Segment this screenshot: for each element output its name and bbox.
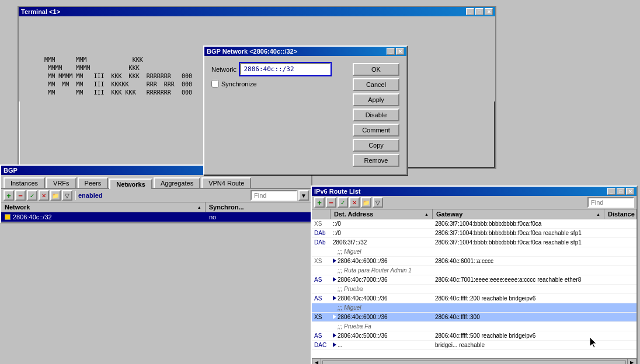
list-item[interactable]: ;;; Ruta para Router Admin 1	[312, 266, 636, 275]
row-comment: ;;; Miguel	[335, 304, 636, 312]
row-type	[316, 285, 335, 293]
ipv6-minimize-btn[interactable]: _	[607, 188, 615, 195]
ipv6-hscrollbar[interactable]: ◀ ▶	[312, 358, 636, 364]
row-dst: 2806:40c:6000::/36	[331, 257, 433, 265]
bgp-dialog-right: OK Cancel Apply Disable Comment Copy Rem…	[353, 63, 399, 167]
ok-button[interactable]: OK	[353, 63, 399, 76]
network-input[interactable]	[240, 63, 331, 75]
terminal-minimize-btn[interactable]: _	[466, 8, 474, 15]
row-comment: ;;; Prueba Fa	[335, 323, 636, 330]
bgp-dialog-left: Network: Synchronize	[211, 63, 347, 167]
row-dist	[604, 341, 636, 349]
td-network: 2806:40c::/32	[1, 213, 206, 221]
cancel-button[interactable]: Cancel	[353, 78, 399, 91]
list-item[interactable]: DAb ::/0 2806:3f7:1004:bbbb:bbbb:bbbb:f0…	[312, 229, 636, 238]
th-type[interactable]	[312, 209, 331, 219]
tab-vpn4-route[interactable]: VPN4 Route	[201, 177, 251, 188]
td-synchronize: no	[206, 213, 311, 221]
th-gateway[interactable]: Gateway ▲	[433, 209, 604, 219]
remove-button[interactable]: Remove	[353, 154, 399, 167]
list-item[interactable]: ;;; Miguel	[312, 247, 636, 257]
list-item[interactable]: AS 2806:40c:5000::/36 2806:40c:ffff::500…	[312, 331, 636, 341]
add-btn[interactable]: +	[4, 190, 14, 201]
bgp-dialog-minimize-btn[interactable]: _	[387, 48, 395, 55]
th-synchron[interactable]: Synchron...	[206, 202, 311, 212]
terminal-maximize-btn[interactable]: □	[475, 8, 484, 15]
th-network-label: Network	[5, 204, 30, 211]
bgp-find-input[interactable]	[251, 190, 297, 201]
disable-button[interactable]: Disable	[353, 108, 399, 121]
list-item[interactable]: DAb 2806:3f7::/32 2806:3f7:1004:bbbb:bbb…	[312, 238, 636, 247]
list-item[interactable]: DAC ... bridgei... reachable	[312, 341, 636, 350]
th-distance[interactable]: Distance	[604, 209, 636, 219]
tab-instances[interactable]: Instances	[4, 177, 45, 188]
ipv6-table-header: Dst. Address ▲ Gateway ▲ Distance	[312, 209, 636, 219]
folder-btn[interactable]: 📁	[50, 190, 61, 201]
ipv6-close-btn[interactable]: ✕	[626, 188, 634, 195]
bgp-dialog-titlebar-buttons: _ ✕	[387, 48, 404, 55]
ipv6-cancel-x-btn[interactable]: ✕	[349, 197, 360, 208]
ipv6-panel: IPv6 Route List _ □ ✕ + − ✓ ✕ 📁 ▽ Dst. A…	[311, 186, 638, 364]
check-btn[interactable]: ✓	[27, 190, 37, 201]
row-gw: 2806:40c:ffff::200 reachable bridgeipv6	[433, 295, 604, 302]
copy-button[interactable]: Copy	[353, 139, 399, 152]
row-gw: 2806:3f7:1004:bbbb:bbbb:bbbb:f0ca:f0ca	[433, 220, 604, 228]
bgp-dialog-close-btn[interactable]: ✕	[396, 48, 404, 55]
list-item[interactable]: AS 2806:40c:4000::/36 2806:40c:ffff::200…	[312, 294, 636, 303]
bgp-toolbar: + − ✓ ✕ 📁 ▽ enabled ▼	[1, 189, 311, 202]
dropdown-btn[interactable]: ▼	[298, 190, 309, 201]
tab-vrfs[interactable]: VRFs	[46, 177, 76, 188]
filter-btn[interactable]: ▽	[62, 190, 72, 201]
list-item[interactable]: ;;; Prueba	[312, 285, 636, 294]
cancel-x-btn[interactable]: ✕	[39, 190, 49, 201]
th-dst-address[interactable]: Dst. Address ▲	[331, 209, 433, 219]
bgp-tabs-bar: Instances VRFs Peers Networks Aggregates…	[1, 175, 311, 189]
toolbar-sep	[75, 191, 76, 200]
th-network[interactable]: Network ▲	[1, 202, 206, 212]
table-row[interactable]: 2806:40c::/32 no	[1, 212, 311, 222]
row-type: XS	[312, 313, 331, 321]
ipv6-maximize-btn[interactable]: □	[617, 188, 625, 195]
tab-networks[interactable]: Networks	[109, 178, 152, 189]
row-type: AS	[312, 295, 331, 302]
tab-peers[interactable]: Peers	[78, 177, 109, 188]
ipv6-folder-btn[interactable]: 📁	[361, 197, 371, 208]
terminal-titlebar-buttons: _ □ ✕	[466, 8, 493, 15]
row-dst: 2806:40c:6000::/36	[331, 313, 433, 321]
row-dist	[604, 332, 636, 340]
comment-button[interactable]: Comment	[353, 124, 399, 136]
row-type: DAb	[312, 239, 331, 246]
ipv6-panel-titlebar: IPv6 Route List _ □ ✕	[312, 187, 636, 196]
tab-aggregates[interactable]: Aggregates	[154, 177, 200, 188]
row-type: XS	[312, 257, 331, 265]
ipv6-check-btn[interactable]: ✓	[338, 197, 348, 208]
ipv6-remove-btn[interactable]: −	[326, 197, 336, 208]
bgp-dialog-body: Network: Synchronize OK Cancel Apply Dis…	[204, 56, 406, 174]
list-item[interactable]: XS 2806:40c:6000::/36 2806:40c:ffff::300	[312, 313, 636, 322]
list-item[interactable]: XS ::/0 2806:3f7:1004:bbbb:bbbb:bbbb:f0c…	[312, 219, 636, 229]
list-item[interactable]: ;;; Prueba Fa	[312, 322, 636, 331]
row-type	[316, 248, 335, 256]
list-item[interactable]: AS 2806:40c:7000::/36 2806:40c:7001:eeee…	[312, 275, 636, 285]
scroll-left-btn[interactable]: ◀	[312, 358, 321, 365]
ipv6-add-btn[interactable]: +	[314, 197, 325, 208]
apply-button[interactable]: Apply	[353, 93, 399, 106]
row-type: AS	[312, 276, 331, 284]
row-dst: 2806:40c:7000::/36	[331, 276, 433, 284]
terminal-close-btn[interactable]: ✕	[485, 8, 493, 15]
list-item[interactable]: XS 2806:40c:6000::/36 2806:40c:6001::a:c…	[312, 257, 636, 266]
list-item[interactable]: ;;; Miguel	[312, 303, 636, 313]
terminal-titlebar[interactable]: Terminal <1> _ □ ✕	[19, 7, 495, 16]
ipv6-find-input[interactable]	[587, 197, 634, 208]
row-dst: 2806:40c:5000::/36	[331, 332, 433, 340]
scroll-right-btn[interactable]: ▶	[627, 358, 636, 365]
remove-btn[interactable]: −	[15, 190, 26, 201]
row-type: DAC	[312, 341, 331, 349]
synchronize-checkbox[interactable]	[211, 80, 219, 88]
bgp-dialog-titlebar[interactable]: BGP Network <2806:40c::/32> _ ✕	[204, 47, 406, 56]
row-gw: 2806:40c:ffff::500 reachable bridgeipv6	[433, 332, 604, 340]
ipv6-filter-btn[interactable]: ▽	[373, 197, 383, 208]
hscroll-track[interactable]	[322, 360, 626, 365]
network-field-row: Network:	[211, 63, 347, 75]
row-type	[316, 267, 335, 274]
